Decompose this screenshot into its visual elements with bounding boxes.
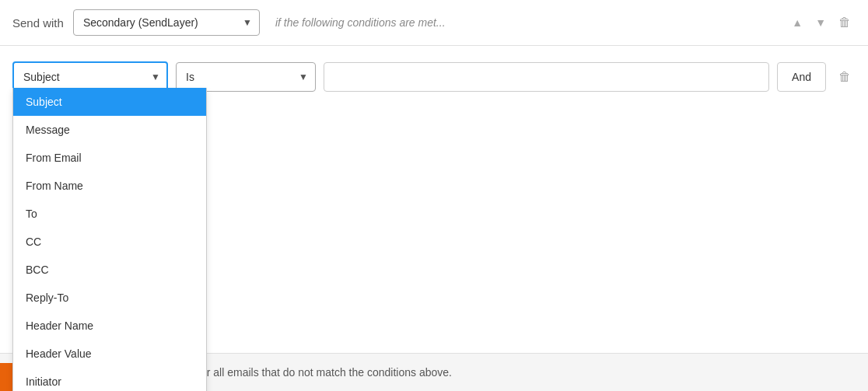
- main-area: Subject Message From Email From Name To …: [0, 46, 868, 105]
- and-button[interactable]: And: [777, 62, 826, 92]
- delete-condition-button[interactable]: 🗑: [834, 67, 856, 87]
- menu-item-message[interactable]: Message: [13, 116, 206, 144]
- menu-item-subject[interactable]: Subject: [13, 88, 206, 116]
- menu-item-cc[interactable]: CC: [13, 228, 206, 256]
- send-with-dropdown-wrapper: Secondary (SendLayer) Primary (SendLayer…: [73, 9, 260, 36]
- menu-item-to[interactable]: To: [13, 200, 206, 228]
- menu-item-header-value[interactable]: Header Value: [13, 340, 206, 368]
- menu-item-initiator[interactable]: Initiator: [13, 368, 206, 391]
- send-with-dropdown[interactable]: Secondary (SendLayer) Primary (SendLayer…: [73, 9, 260, 36]
- delete-condition-set-button[interactable]: 🗑: [834, 12, 856, 33]
- menu-item-from-email[interactable]: From Email: [13, 144, 206, 172]
- move-down-button[interactable]: ▼: [810, 13, 831, 32]
- subject-dropdown-wrapper: Subject Message From Email From Name To …: [12, 61, 168, 93]
- menu-item-from-name[interactable]: From Name: [13, 172, 206, 200]
- menu-item-bcc[interactable]: BCC: [13, 256, 206, 284]
- move-up-button[interactable]: ▲: [787, 13, 807, 32]
- conditions-text: if the following conditions are met...: [275, 16, 778, 29]
- top-bar-actions: ▲ ▼ 🗑: [787, 12, 856, 33]
- value-input[interactable]: [324, 62, 769, 92]
- top-bar: Send with Secondary (SendLayer) Primary …: [0, 0, 868, 46]
- send-with-label: Send with: [12, 16, 64, 30]
- subject-dropdown-menu: Subject Message From Email From Name To …: [12, 88, 207, 391]
- menu-item-header-name[interactable]: Header Name: [13, 312, 206, 340]
- condition-row: Subject Message From Email From Name To …: [12, 61, 856, 93]
- menu-item-reply-to[interactable]: Reply-To: [13, 284, 206, 312]
